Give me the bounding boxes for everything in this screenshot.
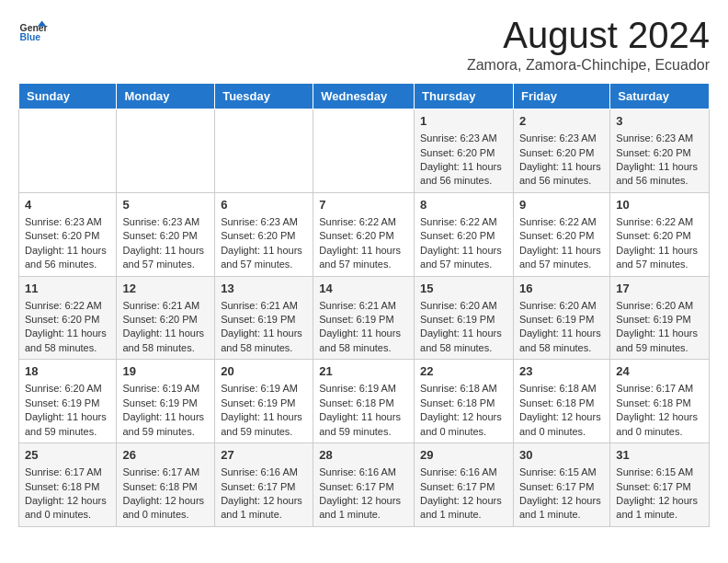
day-info: Daylight: 11 hours and 56 minutes. [616,160,703,189]
day-info: Daylight: 11 hours and 59 minutes. [221,410,307,439]
calendar-week-2: 4Sunrise: 6:23 AMSunset: 6:20 PMDaylight… [19,192,710,276]
day-number: 30 [519,447,604,464]
day-info: Sunrise: 6:21 AM [122,299,209,313]
day-info: Sunset: 6:20 PM [319,229,408,243]
calendar-cell: 7Sunrise: 6:22 AMSunset: 6:20 PMDaylight… [313,192,415,276]
day-info: Sunrise: 6:23 AM [616,132,703,145]
calendar-cell: 17Sunrise: 6:20 AMSunset: 6:19 PMDayligh… [610,276,710,360]
day-info: Sunset: 6:18 PM [122,480,209,494]
day-info: Sunrise: 6:23 AM [519,132,604,145]
day-info: Sunrise: 6:15 AM [616,465,703,479]
calendar-cell: 28Sunrise: 6:16 AMSunset: 6:17 PMDayligh… [313,443,415,527]
day-info: Daylight: 12 hours and 1 minute. [519,494,604,523]
calendar-cell: 9Sunrise: 6:22 AMSunset: 6:20 PMDaylight… [513,192,609,276]
day-info: Daylight: 11 hours and 57 minutes. [616,244,703,272]
calendar-cell: 20Sunrise: 6:19 AMSunset: 6:19 PMDayligh… [215,360,313,443]
calendar-cell: 16Sunrise: 6:20 AMSunset: 6:19 PMDayligh… [513,276,609,360]
day-info: Daylight: 11 hours and 58 minutes. [221,327,307,355]
calendar-cell: 6Sunrise: 6:23 AMSunset: 6:20 PMDaylight… [215,192,313,276]
day-info: Sunrise: 6:17 AM [122,465,209,479]
day-info: Sunrise: 6:22 AM [616,215,703,229]
header-day-thursday: Thursday [415,84,514,109]
day-info: Sunrise: 6:19 AM [319,382,408,396]
calendar-cell [117,109,215,193]
day-info: Sunrise: 6:19 AM [221,382,307,396]
calendar-cell: 8Sunrise: 6:22 AMSunset: 6:20 PMDaylight… [415,192,514,276]
day-info: Sunset: 6:18 PM [616,396,703,410]
day-info: Sunset: 6:17 PM [616,480,703,494]
subtitle: Zamora, Zamora-Chinchipe, Ecuador [467,57,710,74]
day-info: Sunrise: 6:16 AM [319,465,408,479]
day-info: Sunset: 6:20 PM [616,146,703,160]
day-number: 23 [519,363,604,380]
day-info: Sunrise: 6:18 AM [519,382,604,396]
day-info: Sunset: 6:18 PM [25,480,110,494]
day-number: 4 [25,197,110,213]
day-info: Sunset: 6:19 PM [519,313,604,327]
calendar-cell: 15Sunrise: 6:20 AMSunset: 6:19 PMDayligh… [415,276,514,360]
day-info: Daylight: 12 hours and 0 minutes. [420,410,507,439]
day-number: 26 [122,447,209,464]
day-info: Daylight: 11 hours and 59 minutes. [616,327,703,355]
day-info: Sunset: 6:20 PM [519,146,604,160]
day-info: Sunset: 6:20 PM [420,146,507,160]
day-number: 1 [420,113,507,130]
day-number: 29 [420,447,507,464]
day-number: 12 [122,281,209,297]
calendar-cell: 26Sunrise: 6:17 AMSunset: 6:18 PMDayligh… [117,443,215,527]
day-info: Sunset: 6:17 PM [319,480,408,494]
day-info: Daylight: 11 hours and 57 minutes. [221,244,307,272]
calendar-cell: 1Sunrise: 6:23 AMSunset: 6:20 PMDaylight… [415,109,514,193]
day-info: Sunset: 6:20 PM [122,229,209,243]
day-info: Sunset: 6:18 PM [519,396,604,410]
day-info: Sunset: 6:20 PM [25,229,110,243]
calendar-cell: 5Sunrise: 6:23 AMSunset: 6:20 PMDaylight… [117,192,215,276]
calendar-cell: 19Sunrise: 6:19 AMSunset: 6:19 PMDayligh… [117,360,215,443]
day-info: Sunset: 6:17 PM [420,480,507,494]
day-number: 8 [420,197,507,213]
header: General Blue August 2024 Zamora, Zamora-… [18,15,710,74]
day-number: 20 [221,363,307,380]
day-info: Daylight: 12 hours and 0 minutes. [122,494,209,523]
day-info: Sunset: 6:19 PM [420,313,507,327]
calendar-cell: 3Sunrise: 6:23 AMSunset: 6:20 PMDaylight… [610,109,710,193]
day-info: Sunrise: 6:22 AM [420,215,507,229]
header-day-wednesday: Wednesday [313,84,415,109]
day-info: Sunrise: 6:16 AM [221,465,307,479]
calendar-cell: 10Sunrise: 6:22 AMSunset: 6:20 PMDayligh… [610,192,710,276]
calendar-cell: 4Sunrise: 6:23 AMSunset: 6:20 PMDaylight… [19,192,117,276]
day-info: Sunset: 6:19 PM [221,313,307,327]
day-number: 17 [616,281,703,297]
day-number: 5 [122,197,209,213]
header-day-sunday: Sunday [19,84,117,109]
day-info: Sunrise: 6:18 AM [420,382,507,396]
calendar-cell: 25Sunrise: 6:17 AMSunset: 6:18 PMDayligh… [19,443,117,527]
title-block: August 2024 Zamora, Zamora-Chinchipe, Ec… [467,15,710,74]
day-info: Sunrise: 6:15 AM [519,465,604,479]
day-number: 13 [221,281,307,297]
day-number: 9 [519,197,604,213]
day-info: Sunset: 6:20 PM [122,313,209,327]
header-day-monday: Monday [117,84,215,109]
day-info: Sunrise: 6:21 AM [319,299,408,313]
day-info: Daylight: 11 hours and 58 minutes. [519,327,604,355]
calendar-cell: 21Sunrise: 6:19 AMSunset: 6:18 PMDayligh… [313,360,415,443]
logo-icon: General Blue [18,15,48,44]
day-info: Sunrise: 6:22 AM [25,299,110,313]
calendar-cell: 31Sunrise: 6:15 AMSunset: 6:17 PMDayligh… [610,443,710,527]
day-info: Daylight: 11 hours and 56 minutes. [420,160,507,189]
day-info: Sunrise: 6:23 AM [122,215,209,229]
day-number: 2 [519,113,604,130]
header-day-saturday: Saturday [610,84,710,109]
day-info: Sunrise: 6:23 AM [221,215,307,229]
day-info: Sunrise: 6:20 AM [519,299,604,313]
day-info: Sunset: 6:18 PM [319,396,408,410]
day-info: Daylight: 11 hours and 57 minutes. [319,244,408,272]
day-info: Sunset: 6:17 PM [221,480,307,494]
day-info: Sunset: 6:19 PM [221,396,307,410]
day-info: Daylight: 11 hours and 58 minutes. [25,327,110,355]
day-info: Sunrise: 6:20 AM [25,382,110,396]
day-info: Sunset: 6:19 PM [616,313,703,327]
day-info: Sunrise: 6:23 AM [420,132,507,145]
day-info: Sunset: 6:20 PM [519,229,604,243]
